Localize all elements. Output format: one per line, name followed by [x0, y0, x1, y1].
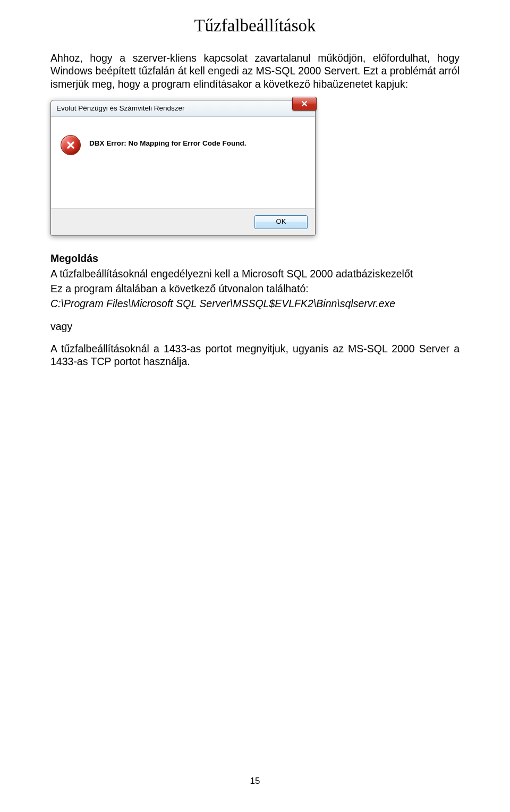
dialog-message: DBX Error: No Mapping for Error Code Fou…	[89, 134, 246, 147]
close-button[interactable]	[292, 97, 317, 111]
page-number: 15	[0, 776, 510, 786]
error-icon	[61, 135, 81, 155]
solution-heading: Megoldás	[50, 252, 460, 265]
solution-port: A tűzfalbeállításoknál a 1433-as portot …	[50, 342, 460, 368]
solution-line-2: Ez a program általában a következő útvon…	[50, 282, 460, 295]
ok-button[interactable]: OK	[254, 215, 308, 229]
dialog-body: DBX Error: No Mapping for Error Code Fou…	[51, 117, 315, 208]
error-dialog-illustration: Evolut Pénzügyi és Számviteli Rendszer D…	[50, 100, 460, 236]
error-dialog: Evolut Pénzügyi és Számviteli Rendszer D…	[50, 100, 316, 236]
vagy-text: vagy	[50, 320, 460, 333]
solution-line-1: A tűzfalbeállításoknál engedélyezni kell…	[50, 267, 460, 280]
dialog-titlebar: Evolut Pénzügyi és Számviteli Rendszer	[51, 100, 315, 117]
page-title: Tűzfalbeállítások	[50, 16, 460, 36]
close-icon	[301, 100, 308, 107]
solution-path: C:\Program Files\Microsoft SQL Server\MS…	[50, 297, 460, 310]
dialog-title: Evolut Pénzügyi és Számviteli Rendszer	[56, 104, 185, 112]
dialog-footer: OK	[51, 208, 315, 235]
intro-paragraph: Ahhoz, hogy a szerver-kliens kapcsolat z…	[50, 52, 460, 90]
